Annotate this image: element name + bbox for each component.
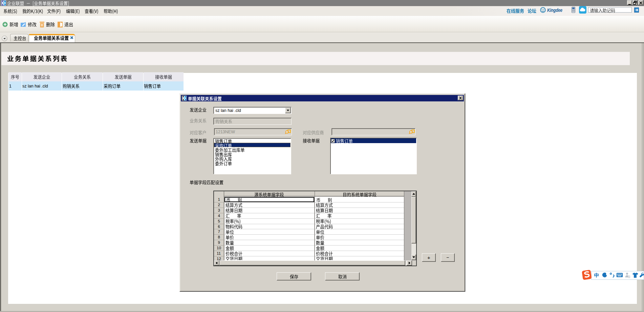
- svg-text:1: 1: [629, 276, 630, 278]
